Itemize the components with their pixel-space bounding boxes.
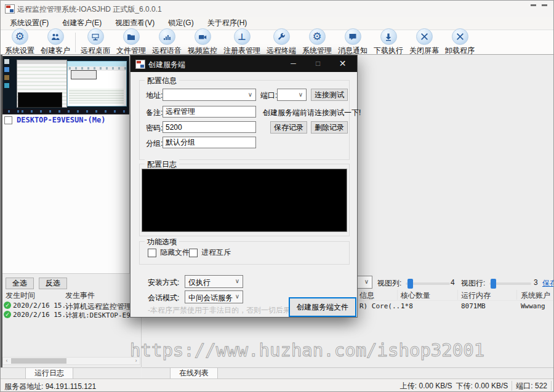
install-mode-label: 安装方式: <box>148 278 179 288</box>
close-x-icon <box>416 28 433 45</box>
port-label: 端口: <box>260 90 277 101</box>
chevron-down-icon: ∨ <box>235 278 239 284</box>
tab-run-log[interactable]: 运行日志 <box>25 368 73 378</box>
online-cell-cores[interactable]: 1*8 <box>401 302 413 310</box>
close-x-icon <box>452 28 468 45</box>
online-cell-ram[interactable]: 8071MB <box>461 302 486 310</box>
download-value: 0.00 KB/S <box>475 382 508 390</box>
menu-about[interactable]: 关于程序(H) <box>201 17 254 30</box>
options-group-label: 功能选项 <box>145 237 179 247</box>
status-separator <box>512 381 512 391</box>
online-header-info: 信息 <box>359 290 374 301</box>
toolbar-uninstall[interactable]: 卸载程序 <box>442 28 478 56</box>
view-rows-label: 视图行: <box>461 278 485 289</box>
toolbar-video-monitor[interactable]: 视频监控 <box>185 28 220 56</box>
toolbar-file-manager[interactable]: 文件管理 <box>113 28 149 56</box>
scroll-right-icon[interactable]: › <box>132 358 140 364</box>
address-label: 地址: <box>146 90 163 101</box>
toolbar-remote-terminal[interactable]: 远程终端 <box>263 28 299 56</box>
address-combobox[interactable]: ∨ <box>163 89 256 101</box>
view-rows-slider-thumb[interactable] <box>491 279 496 289</box>
client-entry[interactable]: DESKTOP-E9VESUN-(Me) <box>4 116 106 124</box>
users-icon <box>47 28 64 45</box>
select-all-button[interactable]: 全选 <box>6 278 34 289</box>
install-mode-select[interactable]: 仅执行 ∨ <box>185 275 243 288</box>
dialog-icon <box>135 60 145 69</box>
toolbar-create-client[interactable]: 创建客户 <box>38 28 73 56</box>
config-info-group-label: 配置信息 <box>145 76 179 86</box>
minimize-icon[interactable]: ─ <box>283 55 303 72</box>
close-icon[interactable]: ✕ <box>332 55 353 72</box>
view-cols-slider-thumb[interactable] <box>407 279 413 289</box>
toolbar-remote-audio[interactable]: 远程语音 <box>149 28 185 56</box>
legal-warning-text: -本程序严禁使用于非法目的，否则一切后果自负。 <box>148 305 313 316</box>
left-tabbar: 运行日志 <box>1 367 141 378</box>
minimize-icon[interactable] <box>531 4 536 6</box>
dialog-title: 创建服务端 <box>148 60 185 70</box>
thumb-console-window <box>18 92 62 108</box>
toolbar-system-manager[interactable]: ⚙ 系统管理 <box>299 28 335 56</box>
chevron-down-icon: ∨ <box>248 91 252 98</box>
client-desktop-thumbnail[interactable] <box>2 56 129 114</box>
online-cell-account[interactable]: Wwwang <box>521 302 545 310</box>
process-mutex-checkbox[interactable]: 进程互斥 <box>189 247 231 258</box>
maximize-icon[interactable]: □ <box>308 55 328 72</box>
event-row[interactable]: ✓ 2020/2/16 15... 计算机远程监控管理系统 <box>1 301 141 310</box>
event-row[interactable]: ✓ 2020/2/16 15... 计算机:DESKTOP-E9VES <box>1 310 141 319</box>
menu-system-settings[interactable]: 系统设置(F) <box>3 17 55 30</box>
menu-create-client[interactable]: 创建客户(E) <box>55 17 108 30</box>
maximize-icon[interactable] <box>542 4 547 6</box>
password-label: 密码: <box>146 123 163 134</box>
column-separator <box>516 290 517 300</box>
gear-icon: ⚙ <box>12 28 28 45</box>
checkbox-icon <box>189 249 198 257</box>
online-header-cores: 核心数量 <box>401 290 430 301</box>
server-address-value: 94.191.115.121 <box>46 382 97 391</box>
note-label: 备注: <box>146 108 163 118</box>
delete-record-button[interactable]: 删除记录 <box>311 121 348 134</box>
connect-test-button[interactable]: 连接测试 <box>311 89 348 101</box>
column-separator <box>397 290 398 300</box>
toolbar-close-screen[interactable]: 关闭屏幕 <box>406 28 442 56</box>
view-cols-value: 4 <box>451 278 455 287</box>
client-checkbox[interactable] <box>4 116 12 124</box>
chevron-down-icon: ∨ <box>235 293 239 300</box>
audio-bars-icon <box>159 28 175 45</box>
menu-lock[interactable]: 锁定(G) <box>161 17 200 30</box>
session-mode-select[interactable]: 中间会话服务 ∨ <box>185 290 243 303</box>
invert-selection-button[interactable]: 反选 <box>39 278 67 289</box>
toolbar-message-notify[interactable]: 消息通知 <box>335 28 371 56</box>
connect-test-hint: 创建服务端前请连接测试一下! <box>263 108 361 118</box>
toolbar-remote-desktop[interactable]: 远程桌面 <box>78 28 113 56</box>
config-log-output[interactable] <box>142 169 347 232</box>
create-server-dialog: 创建服务端 ─ □ ✕ 配置信息 地址: ∨ 端口: ∨ 连接测试 备注: 创建… <box>130 55 358 318</box>
toolbar-registry-manager[interactable]: ⊥ 注册表管理 <box>220 28 263 56</box>
gear-icon: ⚙ <box>309 28 326 45</box>
upload-speed: 上传: 0.00 KB/S <box>400 381 452 391</box>
toolbar-download-exec[interactable]: 下载执行 <box>371 28 406 56</box>
note-input[interactable] <box>163 106 256 118</box>
port-status: 端口: 522 <box>516 381 547 391</box>
group-input[interactable] <box>163 137 256 148</box>
hide-file-checkbox[interactable]: 隐藏文件 <box>148 247 190 258</box>
save-settings-link[interactable]: 保存设置 <box>542 278 554 289</box>
group-label: 分组: <box>146 138 163 149</box>
thumb-taskbar <box>3 109 127 114</box>
toolbar-separator <box>75 33 76 52</box>
port-combobox[interactable]: ∨ <box>277 89 307 101</box>
upload-label: 上传: <box>400 382 417 390</box>
scroll-left-icon[interactable]: ‹ <box>3 358 10 364</box>
chat-bubble-icon <box>345 28 361 45</box>
horizontal-scrollbar[interactable]: ‹ › <box>2 357 140 365</box>
save-record-button[interactable]: 保存记录 <box>270 121 307 134</box>
online-cell-cpu[interactable]: R) Core(... <box>359 302 404 310</box>
password-input[interactable] <box>163 121 256 133</box>
toolbar-system-settings[interactable]: ⚙ 系统设置 <box>2 28 38 56</box>
statusbar: 服务器地址: 94.191.115.121 上传: 0.00 KB/S 下传: … <box>1 378 553 392</box>
right-tabbar: 在线列表 <box>142 367 554 378</box>
online-header-ram: 运行内存 <box>461 290 491 301</box>
menu-view[interactable]: 视图查看(V) <box>108 17 161 30</box>
create-server-file-button[interactable]: 创建服务端文件 <box>289 297 356 317</box>
scrollbar-thumb[interactable] <box>11 358 66 364</box>
tab-online-list[interactable]: 在线列表 <box>170 368 218 378</box>
